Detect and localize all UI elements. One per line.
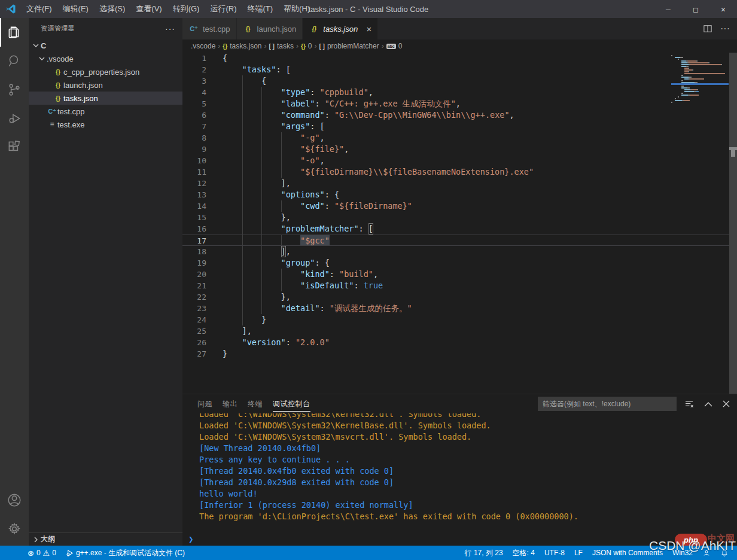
status-item-3[interactable]: LF (570, 546, 587, 560)
tree-item-C[interactable]: C (29, 39, 182, 52)
code-line[interactable]: 14"cwd": "${fileDirname}" (182, 200, 737, 212)
close-panel-icon[interactable] (723, 400, 730, 407)
indent-guide (242, 132, 262, 144)
code-line[interactable]: 18], (182, 246, 737, 257)
code-token: "args" (281, 121, 310, 132)
panel-tab-问题[interactable]: 问题 (197, 397, 212, 412)
indent-guide (242, 269, 262, 280)
code-line[interactable]: 16"problemMatcher": [ (182, 223, 737, 235)
extensions-icon[interactable] (0, 133, 29, 162)
split-editor-icon[interactable] (704, 25, 712, 33)
status-item-2[interactable]: UTF-8 (540, 546, 570, 560)
panel-tab-输出[interactable]: 输出 (223, 397, 237, 412)
indent-guide (242, 87, 262, 98)
json-file-icon: {} (53, 95, 63, 102)
menu-item-0[interactable]: 文件(F) (21, 0, 57, 18)
status-item-1[interactable]: 空格: 4 (508, 546, 540, 560)
tree-item-launch.json[interactable]: {}launch.json (29, 78, 182, 92)
editor-more-actions[interactable]: ··· (720, 23, 730, 34)
close-tab-icon[interactable]: × (366, 24, 371, 34)
editor-scrollbar[interactable] (729, 53, 737, 394)
breadcrumb-separator: › (264, 42, 267, 50)
menu-item-5[interactable]: 运行(R) (205, 0, 242, 18)
maximize-button[interactable]: □ (682, 0, 709, 18)
maximize-panel-icon[interactable] (704, 401, 712, 407)
account-icon[interactable] (0, 486, 29, 515)
minimize-button[interactable]: — (654, 0, 682, 18)
explorer-more-actions[interactable]: ··· (165, 24, 175, 34)
outline-section[interactable]: 大纲 (29, 532, 182, 546)
menu-item-6[interactable]: 终端(T) (242, 0, 278, 18)
tree-item-test.cpp[interactable]: C⁺test.cpp (29, 105, 182, 118)
code-line[interactable]: 21"isDefault": true (182, 280, 737, 291)
indent-guide (223, 75, 242, 87)
menu-item-3[interactable]: 查看(V) (130, 0, 167, 18)
code-line[interactable]: 17"$gcc" (182, 235, 737, 246)
code-line[interactable]: 5"label": "C/C++: g++.exe 生成活动文件", (182, 98, 737, 109)
debug-console-output[interactable]: Loaded 'C:\WINDOWS\System32\kernel32.dll… (182, 413, 737, 532)
search-icon[interactable] (0, 47, 29, 75)
breadcrumb-item-0[interactable]: {}0 (301, 42, 312, 50)
status-item-0[interactable]: 行 17, 列 23 (460, 546, 508, 560)
settings-gear-icon[interactable] (0, 515, 29, 543)
breadcrumb-item-tasks[interactable]: [ ]tasks (269, 42, 294, 50)
menu-item-7[interactable]: 帮助(H) (278, 0, 315, 18)
tree-item-tasks.json[interactable]: {}tasks.json (29, 92, 182, 105)
explorer-icon[interactable] (0, 18, 29, 47)
tree-item-c_cpp_properties.json[interactable]: {}c_cpp_properties.json (29, 65, 182, 78)
tab-test.cpp[interactable]: C⁺test.cpp (182, 18, 237, 39)
console-filter-input[interactable] (538, 397, 677, 411)
source-control-icon[interactable] (0, 75, 29, 104)
code-line[interactable]: 11"${fileDirname}\\${fileBasenameNoExten… (182, 166, 737, 178)
code-line[interactable]: 19"group": { (182, 257, 737, 269)
code-line[interactable]: 2"tasks": [ (182, 64, 737, 75)
indent-guide (242, 166, 262, 178)
close-button[interactable]: ✕ (709, 0, 737, 18)
indent-guide (242, 98, 262, 109)
code-line[interactable]: 27} (182, 348, 737, 360)
code-line[interactable]: 1{ (182, 53, 737, 64)
code-line[interactable]: 6"command": "G:\\Dev-Cpp\\MinGW64\\bin\\… (182, 109, 737, 121)
run-debug-icon[interactable] (0, 104, 29, 133)
code-line[interactable]: 10"-o", (182, 155, 737, 166)
code-line[interactable]: 22}, (182, 291, 737, 303)
code-line[interactable]: 8"-g", (182, 132, 737, 144)
console-line: [Inferior 1 (process 20140) exited norma… (199, 500, 737, 511)
code-line[interactable]: 13"options": { (182, 189, 737, 200)
breadcrumb-item-tasks.json[interactable]: {}tasks.json (223, 42, 261, 50)
code-line[interactable]: 23"detail": "调试器生成的任务。" (182, 303, 737, 314)
code-editor[interactable]: 1{2"tasks": [3{4"type": "cppbuild",5"lab… (182, 53, 737, 394)
code-line[interactable]: 3{ (182, 75, 737, 87)
tree-item-label: launch.json (63, 81, 103, 90)
clear-console-icon[interactable] (685, 400, 694, 408)
tab-tasks.json[interactable]: {}tasks.json× (303, 18, 378, 39)
code-line[interactable]: 12], (182, 178, 737, 189)
menu-item-2[interactable]: 选择(S) (94, 0, 130, 18)
panel-tab-终端[interactable]: 终端 (248, 397, 263, 412)
console-line: [Thread 20140.0x29d8 exited with code 0] (199, 477, 737, 488)
breadcrumb-item-0[interactable]: abc0 (386, 42, 403, 50)
breadcrumb-item-.vscode[interactable]: .vscode (191, 42, 215, 50)
problems-status[interactable]: ⊗ 0 ⚠ 0 (23, 546, 61, 560)
code-line[interactable]: 9"${file}", (182, 144, 737, 155)
debug-status[interactable]: g++.exe - 生成和调试活动文件 (C) (61, 546, 190, 560)
tree-item-.vscode[interactable]: .vscode (29, 52, 182, 65)
menu-item-4[interactable]: 转到(G) (168, 0, 205, 18)
explorer-header-title: 资源管理器 (41, 24, 75, 33)
indent-guide (261, 257, 281, 269)
code-line[interactable]: 25], (182, 325, 737, 337)
tree-item-test.exe[interactable]: ≡test.exe (29, 118, 182, 131)
breadcrumb[interactable]: .vscode›{}tasks.json›[ ]tasks›{}0›[ ]pro… (182, 39, 737, 53)
code-line[interactable]: 15}, (182, 212, 737, 223)
code-line[interactable]: 7"args": [ (182, 121, 737, 132)
menu-item-1[interactable]: 编辑(E) (57, 0, 94, 18)
code-line[interactable]: 26"version": "2.0.0" (182, 337, 737, 348)
line-number: 13 (182, 189, 206, 200)
code-line[interactable]: 4"type": "cppbuild", (182, 87, 737, 98)
minimap[interactable] (671, 54, 729, 103)
breadcrumb-item-problemMatcher[interactable]: [ ]problemMatcher (319, 42, 379, 50)
tab-launch.json[interactable]: {}launch.json (237, 18, 303, 39)
panel-tab-调试控制台[interactable]: 调试控制台 (273, 397, 310, 412)
code-line[interactable]: 24} (182, 314, 737, 325)
code-line[interactable]: 20"kind": "build", (182, 269, 737, 280)
